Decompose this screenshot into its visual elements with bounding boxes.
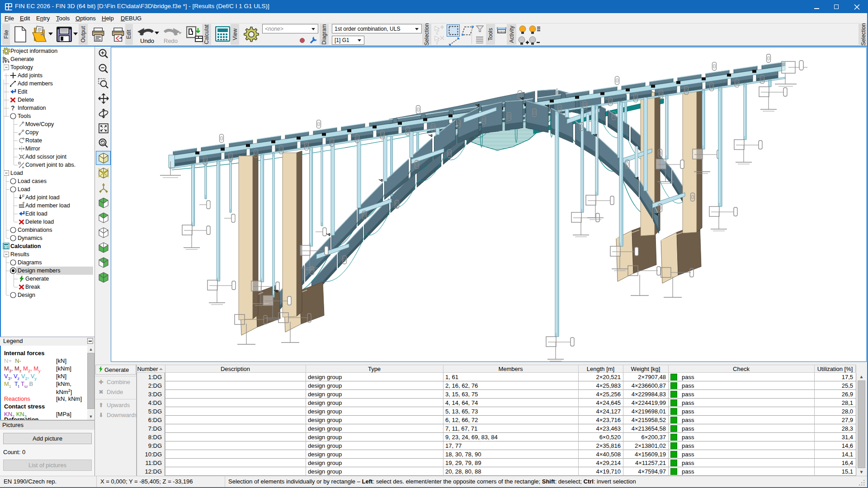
- svg-text:F: F: [23, 202, 25, 205]
- svg-text:F: F: [22, 194, 25, 198]
- svg-text:1: 1: [436, 41, 438, 44]
- svg-text:1: 1: [436, 31, 438, 35]
- svg-text:?: ?: [11, 104, 15, 112]
